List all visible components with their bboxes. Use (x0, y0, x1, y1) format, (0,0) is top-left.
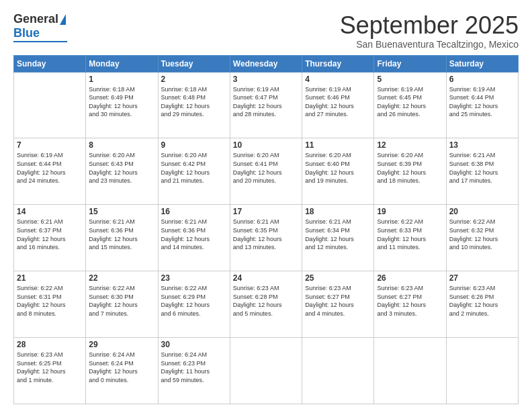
calendar-cell: 26Sunrise: 6:23 AM Sunset: 6:27 PM Dayli… (374, 271, 446, 338)
day-number: 8 (89, 140, 154, 150)
calendar-cell: 13Sunrise: 6:21 AM Sunset: 6:38 PM Dayli… (446, 138, 518, 205)
day-number: 18 (305, 207, 371, 216)
day-info: Sunrise: 6:21 AM Sunset: 6:36 PM Dayligh… (161, 218, 227, 251)
day-number: 28 (17, 340, 83, 349)
logo-blue-text: Blue (13, 26, 40, 40)
day-number: 2 (161, 75, 227, 84)
day-number: 3 (233, 75, 299, 84)
day-number: 20 (449, 207, 515, 216)
calendar-cell: 18Sunrise: 6:21 AM Sunset: 6:34 PM Dayli… (302, 205, 374, 271)
calendar-cell: 6Sunrise: 6:19 AM Sunset: 6:44 PM Daylig… (446, 72, 518, 138)
day-info: Sunrise: 6:19 AM Sunset: 6:46 PM Dayligh… (305, 85, 371, 119)
location-subtitle: San Buenaventura Tecaltzingo, Mexico (340, 39, 519, 50)
day-info: Sunrise: 6:24 AM Sunset: 6:24 PM Dayligh… (89, 351, 154, 384)
day-info: Sunrise: 6:20 AM Sunset: 6:41 PM Dayligh… (233, 151, 299, 185)
calendar-cell: 8Sunrise: 6:20 AM Sunset: 6:43 PM Daylig… (86, 138, 158, 205)
calendar-cell: 5Sunrise: 6:19 AM Sunset: 6:45 PM Daylig… (374, 72, 446, 138)
calendar-cell: 24Sunrise: 6:23 AM Sunset: 6:28 PM Dayli… (230, 271, 302, 338)
day-number: 10 (233, 140, 299, 150)
day-info: Sunrise: 6:21 AM Sunset: 6:37 PM Dayligh… (17, 218, 83, 251)
weekday-header-row: SundayMondayTuesdayWednesdayThursdayFrid… (14, 55, 519, 72)
calendar-cell: 30Sunrise: 6:24 AM Sunset: 6:23 PM Dayli… (158, 338, 230, 404)
day-info: Sunrise: 6:20 AM Sunset: 6:42 PM Dayligh… (161, 151, 227, 185)
calendar-table: SundayMondayTuesdayWednesdayThursdayFrid… (13, 55, 519, 404)
weekday-header-wednesday: Wednesday (230, 55, 302, 72)
day-info: Sunrise: 6:20 AM Sunset: 6:39 PM Dayligh… (377, 151, 443, 185)
logo-general-text: General (13, 12, 58, 26)
day-info: Sunrise: 6:22 AM Sunset: 6:29 PM Dayligh… (161, 284, 227, 318)
calendar-cell (446, 338, 518, 404)
day-info: Sunrise: 6:23 AM Sunset: 6:25 PM Dayligh… (17, 351, 83, 384)
calendar-cell (374, 338, 446, 404)
day-number: 30 (161, 340, 227, 349)
calendar-cell: 10Sunrise: 6:20 AM Sunset: 6:41 PM Dayli… (230, 138, 302, 205)
logo-underline (13, 41, 67, 42)
day-info: Sunrise: 6:20 AM Sunset: 6:43 PM Dayligh… (89, 151, 154, 185)
calendar-cell: 25Sunrise: 6:23 AM Sunset: 6:27 PM Dayli… (302, 271, 374, 338)
day-number: 1 (89, 75, 154, 84)
weekday-header-saturday: Saturday (446, 55, 518, 72)
day-number: 24 (233, 273, 299, 283)
calendar-cell: 21Sunrise: 6:22 AM Sunset: 6:31 PM Dayli… (14, 271, 86, 338)
calendar-week-row: 14Sunrise: 6:21 AM Sunset: 6:37 PM Dayli… (14, 205, 519, 271)
calendar-cell: 23Sunrise: 6:22 AM Sunset: 6:29 PM Dayli… (158, 271, 230, 338)
day-number: 16 (161, 207, 227, 216)
day-info: Sunrise: 6:19 AM Sunset: 6:44 PM Dayligh… (449, 85, 515, 119)
day-number: 26 (377, 273, 443, 283)
day-number: 13 (449, 140, 515, 150)
day-info: Sunrise: 6:20 AM Sunset: 6:40 PM Dayligh… (305, 151, 371, 185)
day-number: 9 (161, 140, 227, 150)
calendar-cell: 3Sunrise: 6:19 AM Sunset: 6:47 PM Daylig… (230, 72, 302, 138)
calendar-cell: 14Sunrise: 6:21 AM Sunset: 6:37 PM Dayli… (14, 205, 86, 271)
month-title: September 2025 (340, 12, 519, 39)
calendar-cell: 22Sunrise: 6:22 AM Sunset: 6:30 PM Dayli… (86, 271, 158, 338)
calendar-cell: 29Sunrise: 6:24 AM Sunset: 6:24 PM Dayli… (86, 338, 158, 404)
day-info: Sunrise: 6:24 AM Sunset: 6:23 PM Dayligh… (161, 351, 227, 384)
page: General Blue September 2025 San Buenaven… (0, 0, 532, 411)
calendar-week-row: 28Sunrise: 6:23 AM Sunset: 6:25 PM Dayli… (14, 338, 519, 404)
calendar-cell: 19Sunrise: 6:22 AM Sunset: 6:33 PM Dayli… (374, 205, 446, 271)
calendar-cell: 2Sunrise: 6:18 AM Sunset: 6:48 PM Daylig… (158, 72, 230, 138)
logo: General Blue (13, 12, 67, 42)
day-number: 21 (17, 273, 83, 283)
day-number: 25 (305, 273, 371, 283)
calendar-cell: 9Sunrise: 6:20 AM Sunset: 6:42 PM Daylig… (158, 138, 230, 205)
weekday-header-tuesday: Tuesday (158, 55, 230, 72)
day-info: Sunrise: 6:23 AM Sunset: 6:27 PM Dayligh… (305, 284, 371, 318)
day-number: 17 (233, 207, 299, 216)
day-info: Sunrise: 6:23 AM Sunset: 6:27 PM Dayligh… (377, 284, 443, 318)
day-info: Sunrise: 6:19 AM Sunset: 6:45 PM Dayligh… (377, 85, 443, 119)
day-info: Sunrise: 6:22 AM Sunset: 6:30 PM Dayligh… (89, 284, 154, 318)
day-number: 14 (17, 207, 83, 216)
day-number: 5 (377, 75, 443, 84)
weekday-header-thursday: Thursday (302, 55, 374, 72)
day-info: Sunrise: 6:22 AM Sunset: 6:33 PM Dayligh… (377, 218, 443, 251)
title-block: September 2025 San Buenaventura Tecaltzi… (340, 12, 519, 50)
calendar-cell: 15Sunrise: 6:21 AM Sunset: 6:36 PM Dayli… (86, 205, 158, 271)
calendar-cell: 17Sunrise: 6:21 AM Sunset: 6:35 PM Dayli… (230, 205, 302, 271)
header: General Blue September 2025 San Buenaven… (13, 12, 519, 50)
calendar-cell: 7Sunrise: 6:19 AM Sunset: 6:44 PM Daylig… (14, 138, 86, 205)
weekday-header-monday: Monday (86, 55, 158, 72)
day-info: Sunrise: 6:22 AM Sunset: 6:31 PM Dayligh… (17, 284, 83, 318)
calendar-cell: 11Sunrise: 6:20 AM Sunset: 6:40 PM Dayli… (302, 138, 374, 205)
day-number: 23 (161, 273, 227, 283)
calendar-cell: 1Sunrise: 6:18 AM Sunset: 6:49 PM Daylig… (86, 72, 158, 138)
calendar-week-row: 1Sunrise: 6:18 AM Sunset: 6:49 PM Daylig… (14, 72, 519, 138)
day-number: 12 (377, 140, 443, 150)
day-info: Sunrise: 6:22 AM Sunset: 6:32 PM Dayligh… (449, 218, 515, 251)
calendar-week-row: 21Sunrise: 6:22 AM Sunset: 6:31 PM Dayli… (14, 271, 519, 338)
day-number: 11 (305, 140, 371, 150)
day-info: Sunrise: 6:18 AM Sunset: 6:49 PM Dayligh… (89, 85, 154, 119)
day-number: 6 (449, 75, 515, 84)
calendar-cell (302, 338, 374, 404)
weekday-header-friday: Friday (374, 55, 446, 72)
day-info: Sunrise: 6:21 AM Sunset: 6:34 PM Dayligh… (305, 218, 371, 251)
day-number: 27 (449, 273, 515, 283)
calendar-cell (14, 72, 86, 138)
day-number: 15 (89, 207, 154, 216)
day-info: Sunrise: 6:21 AM Sunset: 6:36 PM Dayligh… (89, 218, 154, 251)
day-info: Sunrise: 6:19 AM Sunset: 6:47 PM Dayligh… (233, 85, 299, 119)
day-info: Sunrise: 6:21 AM Sunset: 6:38 PM Dayligh… (449, 151, 515, 185)
day-number: 19 (377, 207, 443, 216)
